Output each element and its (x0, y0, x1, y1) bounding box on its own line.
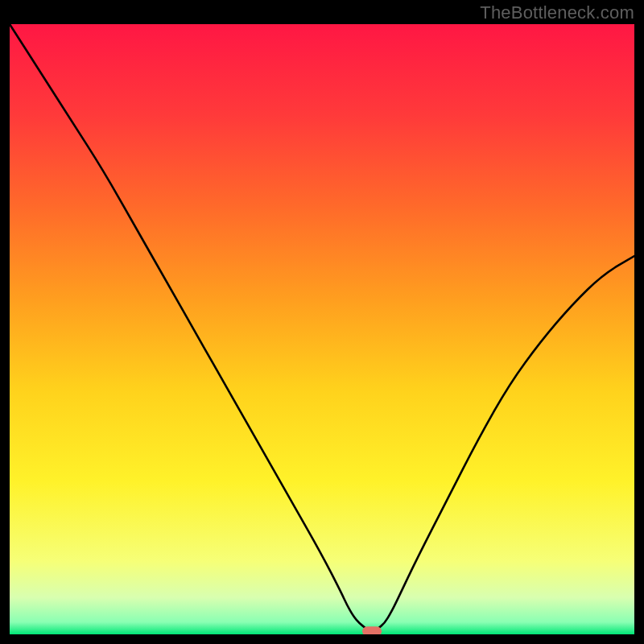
chart-svg (10, 24, 634, 634)
gradient-background (10, 24, 634, 634)
watermark-text: TheBottleneck.com (480, 2, 634, 23)
chart-frame: TheBottleneck.com (0, 0, 644, 644)
plot-area (10, 24, 634, 634)
optimal-marker (362, 626, 382, 634)
